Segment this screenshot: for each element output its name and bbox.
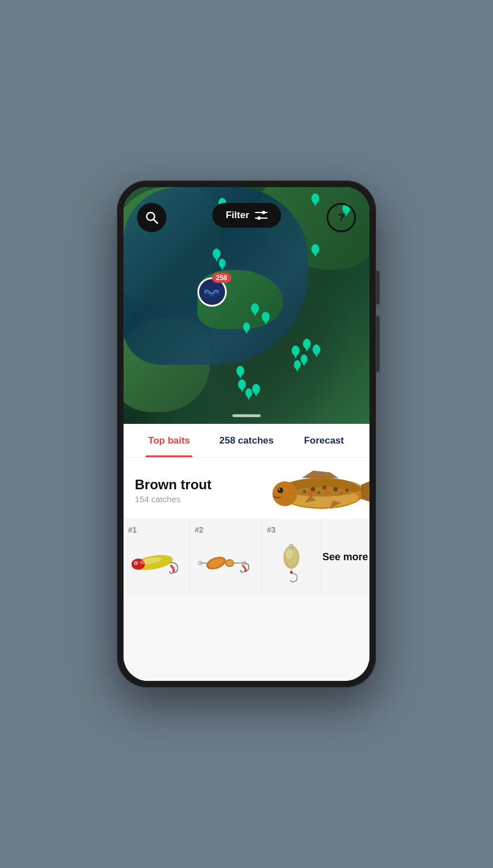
svg-point-67 bbox=[135, 563, 137, 564]
filter-button[interactable]: Filter bbox=[212, 203, 281, 228]
bait-rank-2: #2 bbox=[195, 525, 204, 534]
see-more-card[interactable]: See more bbox=[321, 519, 369, 596]
svg-point-41 bbox=[257, 216, 261, 220]
svg-marker-45 bbox=[361, 478, 369, 504]
svg-point-24 bbox=[294, 360, 301, 369]
svg-point-62 bbox=[326, 491, 328, 493]
svg-marker-31 bbox=[246, 393, 252, 400]
svg-marker-29 bbox=[239, 384, 245, 392]
see-more-label: See more bbox=[322, 551, 368, 563]
svg-marker-27 bbox=[237, 371, 244, 379]
svg-point-22 bbox=[301, 355, 307, 364]
cluster-marker[interactable]: 258 bbox=[197, 277, 227, 307]
svg-point-55 bbox=[333, 487, 338, 491]
svg-marker-46 bbox=[302, 471, 338, 478]
fish-name: Brown trout bbox=[135, 477, 212, 493]
bait-rank-3: #3 bbox=[267, 525, 276, 534]
svg-point-32 bbox=[252, 384, 260, 394]
baits-grid: #1 bbox=[124, 519, 369, 596]
svg-point-20 bbox=[312, 344, 320, 355]
tab-top-baits[interactable]: Top baits bbox=[130, 424, 208, 457]
fish-section: Brown trout 154 catches bbox=[124, 458, 369, 519]
search-button[interactable] bbox=[137, 203, 166, 232]
bait-image-2 bbox=[195, 539, 257, 587]
svg-point-53 bbox=[311, 487, 315, 491]
svg-point-81 bbox=[290, 571, 293, 574]
svg-point-73 bbox=[226, 560, 233, 566]
bait-card-2[interactable]: #2 bbox=[190, 519, 261, 596]
fish-image bbox=[268, 468, 358, 513]
brown-trout-svg bbox=[268, 468, 369, 519]
lure-1-svg bbox=[128, 550, 184, 575]
help-icon: ? bbox=[338, 212, 345, 224]
bait-card-1[interactable]: #1 bbox=[124, 519, 189, 596]
drag-handle[interactable] bbox=[232, 414, 261, 417]
svg-point-58 bbox=[318, 491, 320, 494]
svg-point-57 bbox=[345, 489, 349, 492]
filter-icon bbox=[255, 211, 267, 220]
phone-frame: 258 Filter bbox=[117, 180, 376, 688]
svg-marker-25 bbox=[294, 365, 300, 372]
bait-image-3 bbox=[267, 539, 315, 587]
svg-line-37 bbox=[154, 220, 158, 224]
svg-marker-21 bbox=[313, 349, 320, 357]
svg-point-78 bbox=[285, 548, 293, 559]
help-button[interactable]: ? bbox=[327, 203, 356, 232]
map-canvas: 258 Filter bbox=[124, 187, 369, 424]
svg-marker-17 bbox=[292, 351, 299, 358]
svg-point-18 bbox=[303, 339, 311, 349]
svg-point-26 bbox=[236, 366, 244, 376]
svg-point-54 bbox=[323, 486, 327, 490]
tab-forecast[interactable]: Forecast bbox=[285, 424, 363, 457]
bottom-panel: Top baits 258 catches Forecast Brown tro… bbox=[124, 424, 369, 681]
svg-point-49 bbox=[272, 481, 297, 506]
svg-marker-23 bbox=[301, 359, 307, 366]
lure-3-svg bbox=[276, 539, 307, 587]
svg-point-28 bbox=[238, 379, 246, 389]
search-icon bbox=[144, 210, 159, 225]
bait-rank-1: #1 bbox=[128, 525, 137, 534]
tab-catches[interactable]: 258 catches bbox=[208, 424, 285, 457]
map-section: 258 Filter bbox=[124, 187, 369, 424]
svg-point-30 bbox=[245, 388, 252, 397]
svg-point-16 bbox=[292, 346, 300, 356]
svg-point-39 bbox=[262, 211, 265, 214]
bait-card-3[interactable]: #3 bbox=[262, 519, 320, 596]
cluster-count-badge: 258 bbox=[212, 273, 231, 283]
lure-2-svg bbox=[195, 549, 257, 577]
svg-marker-33 bbox=[253, 389, 259, 397]
wave-icon bbox=[204, 286, 221, 298]
fish-catches: 154 catches bbox=[135, 494, 212, 504]
tabs-row: Top baits 258 catches Forecast bbox=[124, 424, 369, 458]
svg-marker-19 bbox=[303, 344, 310, 352]
fish-info: Brown trout 154 catches bbox=[135, 477, 212, 504]
svg-point-56 bbox=[303, 490, 306, 493]
phone-screen: 258 Filter bbox=[124, 187, 369, 681]
content-area bbox=[124, 596, 369, 681]
bait-image-1 bbox=[128, 539, 184, 587]
svg-point-52 bbox=[279, 489, 280, 490]
filter-label: Filter bbox=[226, 210, 249, 221]
